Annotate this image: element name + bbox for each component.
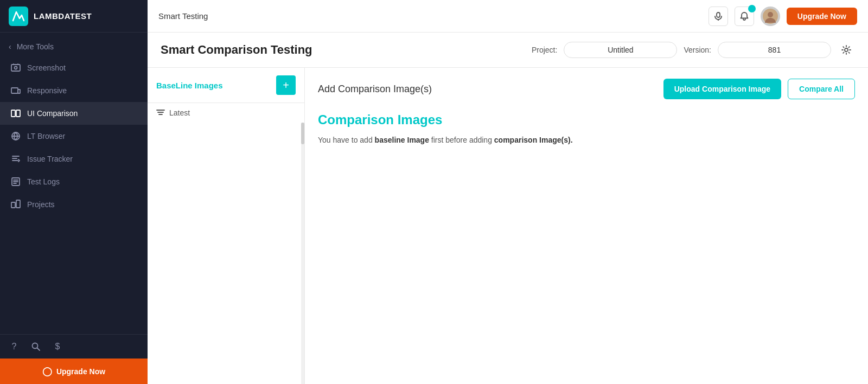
sidebar-item-ui-comparison[interactable]: UI Comparison (0, 102, 148, 125)
mic-icon (714, 12, 723, 21)
add-baseline-button[interactable]: + (276, 75, 296, 95)
scrollbar[interactable] (301, 123, 304, 384)
svg-rect-5 (11, 110, 15, 117)
screenshot-icon (11, 63, 21, 73)
sidebar-item-label-responsive: Responsive (27, 86, 67, 95)
topbar-right: Upgrade Now (709, 7, 857, 26)
left-panel-header: BaseLine Images + (148, 68, 304, 103)
svg-point-15 (768, 12, 773, 17)
upload-comparison-button[interactable]: Upload Comparison Image (663, 79, 781, 99)
sidebar-item-projects[interactable]: Projects (0, 193, 148, 216)
projects-icon (11, 200, 21, 209)
topbar: Smart Testing (148, 0, 868, 33)
sidebar-item-label-issue-tracker: Issue Tracker (27, 155, 73, 163)
comparison-desc-bold2: comparison Image(s). (494, 136, 573, 144)
issue-tracker-icon (11, 154, 21, 164)
topbar-title: Smart Testing (158, 11, 208, 21)
comparison-description: You have to add baseline Image first bef… (318, 134, 855, 146)
comparison-heading: Comparison Images (318, 112, 855, 127)
search-icon[interactable] (30, 341, 41, 352)
content-area: BaseLine Images + Latest Add Comparison … (148, 68, 868, 384)
svg-rect-3 (11, 88, 18, 93)
svg-rect-1 (11, 65, 20, 71)
bell-icon (740, 12, 749, 21)
sidebar-more-tools-label: More Tools (17, 42, 54, 51)
svg-rect-4 (18, 89, 20, 93)
svg-point-16 (845, 48, 848, 52)
sidebar: LAMBDATEST ‹ More Tools Screenshot Respo… (0, 0, 148, 384)
sidebar-item-label-screenshot: Screenshot (27, 63, 66, 72)
version-label: Version: (684, 46, 711, 54)
compare-all-button[interactable]: Compare All (788, 79, 855, 99)
comparison-desc-text2: first before adding (429, 136, 494, 144)
baseline-tab[interactable]: BaseLine Images (156, 81, 223, 90)
filter-label: Latest (169, 108, 190, 117)
settings-icon (841, 45, 851, 55)
svg-point-2 (15, 67, 17, 69)
comparison-desc-bold1: baseline Image (375, 136, 429, 144)
comparison-desc-text1: You have to add (318, 136, 375, 144)
sidebar-upgrade-button[interactable]: ◯ Upgrade Now (0, 359, 148, 384)
main-content: Smart Testing (148, 0, 868, 384)
test-logs-icon (11, 177, 21, 187)
sidebar-item-lt-browser[interactable]: LT Browser (0, 125, 148, 148)
user-avatar[interactable] (761, 7, 780, 26)
settings-icon-button[interactable] (838, 41, 855, 59)
sidebar-bottom: ? $ (0, 334, 148, 359)
add-comparison-title: Add Comparison Image(s) (318, 84, 432, 95)
sidebar-item-label-ui-comparison: UI Comparison (27, 109, 78, 118)
filter-row[interactable]: Latest (148, 103, 304, 123)
filter-icon (156, 108, 165, 117)
logo: LAMBDATEST (0, 0, 148, 33)
project-input[interactable] (564, 42, 677, 58)
sidebar-upgrade-label: Upgrade Now (56, 367, 105, 376)
browser-icon (11, 131, 21, 141)
logo-icon (9, 7, 28, 26)
page-header: Smart Comparison Testing Project: Versio… (148, 33, 868, 68)
svg-rect-6 (16, 110, 20, 117)
sidebar-item-responsive[interactable]: Responsive (0, 79, 148, 102)
left-panel: BaseLine Images + Latest (148, 68, 305, 384)
project-label: Project: (532, 46, 557, 54)
svg-rect-10 (16, 200, 20, 208)
sidebar-item-issue-tracker[interactable]: Issue Tracker (0, 148, 148, 170)
scroll-thumb (301, 123, 304, 144)
avatar-icon (763, 9, 778, 24)
logo-text: LAMBDATEST (34, 11, 92, 21)
comparison-section: Comparison Images You have to add baseli… (318, 112, 855, 373)
sidebar-item-label-test-logs: Test Logs (27, 177, 60, 186)
sidebar-item-label-lt-browser: LT Browser (27, 132, 65, 140)
upgrade-circle-icon: ◯ (42, 366, 52, 376)
sidebar-item-label-projects: Projects (27, 200, 55, 209)
sidebar-item-screenshot[interactable]: Screenshot (0, 56, 148, 79)
page-header-right: Project: Version: (532, 41, 855, 59)
sidebar-more-tools[interactable]: ‹ More Tools (0, 37, 148, 56)
ui-comparison-icon (11, 108, 21, 118)
left-panel-content (148, 123, 304, 384)
notification-badge (748, 5, 756, 12)
right-panel-header: Add Comparison Image(s) Upload Compariso… (318, 79, 855, 99)
page-title: Smart Comparison Testing (161, 43, 532, 57)
version-input[interactable] (718, 42, 831, 58)
help-icon[interactable]: ? (9, 341, 20, 352)
right-panel: Add Comparison Image(s) Upload Compariso… (305, 68, 868, 384)
svg-rect-12 (717, 12, 720, 17)
notification-icon-button[interactable] (735, 7, 754, 26)
dollar-icon[interactable]: $ (52, 341, 63, 352)
responsive-icon (11, 86, 21, 95)
topbar-upgrade-button[interactable]: Upgrade Now (787, 8, 857, 25)
mic-icon-button[interactable] (709, 7, 728, 26)
sidebar-item-test-logs[interactable]: Test Logs (0, 170, 148, 193)
svg-rect-9 (11, 202, 15, 208)
chevron-left-icon: ‹ (9, 42, 11, 51)
right-panel-actions: Upload Comparison Image Compare All (663, 79, 855, 99)
sidebar-nav: ‹ More Tools Screenshot Responsive UI Co… (0, 33, 148, 334)
